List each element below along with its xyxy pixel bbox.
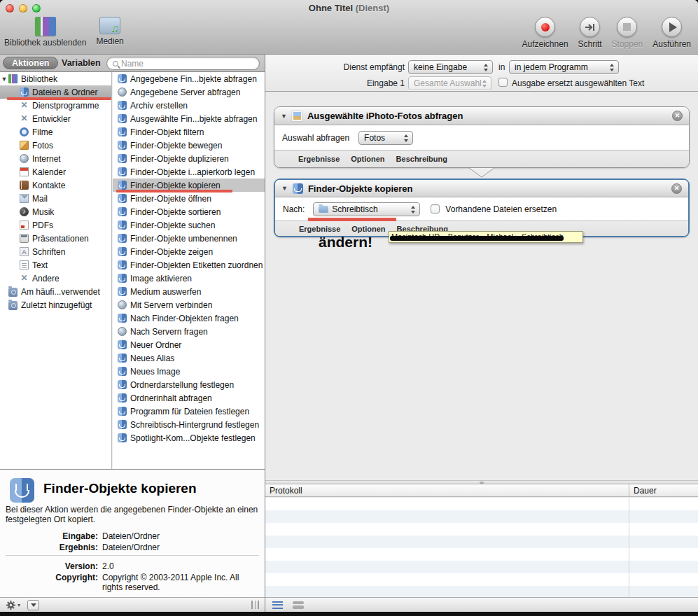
sidebar-item[interactable]: Dienstprogramme <box>0 99 111 112</box>
sidebar-item[interactable]: Internet <box>0 152 111 165</box>
action-list-item[interactable]: Ordnerinhalt abfragen <box>113 391 265 405</box>
sidebar-item[interactable]: Am häufi...verwendet <box>0 285 111 298</box>
step-button[interactable]: Schritt <box>578 17 602 49</box>
input-label: Eingabe: <box>6 531 98 541</box>
library-books-icon <box>35 17 56 36</box>
action-list-item[interactable]: Spotlight-Kom...Objekte festlegen <box>113 431 265 444</box>
action-block-copy-header[interactable]: ▼ Finder-Objekte kopieren ✕ <box>275 180 688 197</box>
log-list-view-icon[interactable] <box>272 601 283 609</box>
tab-ergebnisse[interactable]: Ergebnisse <box>299 225 340 233</box>
fotos-popup-value: Fotos <box>364 133 385 143</box>
sidebar-item[interactable]: Musik <box>0 205 111 218</box>
search-field[interactable] <box>106 57 260 70</box>
pane-divider[interactable] <box>265 55 265 612</box>
action-list-item[interactable]: Programm für Dateien festlegen <box>113 405 265 418</box>
sidebar-item[interactable]: Dateien & Ordner <box>0 85 111 99</box>
sidebar-item[interactable]: Text <box>0 258 111 272</box>
sidebar-item[interactable]: Fotos <box>0 139 111 152</box>
search-input[interactable] <box>121 59 253 69</box>
stop-button[interactable]: Stoppen <box>612 17 643 49</box>
resize-grip-icon[interactable] <box>251 601 259 609</box>
log-status-bar <box>265 597 698 612</box>
sidebar-item[interactable]: ▼ Bibliothek <box>0 72 111 85</box>
sidebar-item[interactable]: PDFs <box>0 218 111 232</box>
sidebar-item[interactable]: Kalender <box>0 165 111 178</box>
action-list-item[interactable]: Finder-Objekte i...apierkorb legen <box>113 165 265 178</box>
service-receives-label: Dienst empfängt <box>307 62 405 72</box>
action-block-iphoto[interactable]: ▼ Ausgewählte iPhoto-Fotos abfragen ✕ Au… <box>274 106 690 168</box>
hide-library-button[interactable]: Bibliothek ausblenden <box>4 17 86 48</box>
gear-menu-button[interactable]: ▾ <box>6 600 20 610</box>
tab-optionen[interactable]: Optionen <box>351 155 384 163</box>
run-button[interactable]: Ausführen <box>652 17 691 49</box>
remove-action-button[interactable]: ✕ <box>672 111 683 121</box>
tab-beschreibung[interactable]: Beschreibung <box>396 155 447 163</box>
replace-output-checkbox[interactable] <box>498 78 508 87</box>
action-list-item[interactable]: Neuer Ordner <box>113 338 265 351</box>
sidebar-item[interactable]: Zuletzt hinzugefügt <box>0 298 111 312</box>
network-icon <box>118 88 127 97</box>
action-list-item[interactable]: Finder-Objekte bewegen <box>113 139 265 152</box>
action-item-label: Medium auswerfen <box>130 287 201 297</box>
sidebar-item[interactable]: Andere <box>0 272 111 285</box>
action-list-item[interactable]: Schreibtisch-Hintergrund festlegen <box>113 418 265 431</box>
sidebar-item[interactable]: Schriften <box>0 245 111 258</box>
action-block-iphoto-header[interactable]: ▼ Ausgewählte iPhoto-Fotos abfragen ✕ <box>274 107 689 125</box>
action-list-item[interactable]: Nach Servern fragen <box>113 325 265 338</box>
action-list-item[interactable]: Finder-Objekt filtern <box>113 125 265 139</box>
action-list-item[interactable]: Ausgewählte Fin...bjekte abfragen <box>113 112 265 125</box>
sidebar-item-label: Musik <box>32 207 54 217</box>
tab-aktionen[interactable]: Aktionen <box>3 57 58 69</box>
disclosure-triangle-icon[interactable]: ▼ <box>0 76 8 83</box>
action-list-item[interactable]: Medium auswerfen <box>113 285 265 298</box>
action-list-item[interactable]: Angegebene Server abfragen <box>113 85 265 99</box>
fotos-popup[interactable]: Fotos <box>358 131 413 145</box>
action-list-item[interactable]: Finder-Objekte kopieren <box>113 178 265 192</box>
action-list-item[interactable]: Neues Image <box>113 365 265 378</box>
action-list-item[interactable]: Angegebene Fin...bjekte abfragen <box>113 72 265 85</box>
splitter-handle[interactable] <box>480 482 484 484</box>
log-column-divider[interactable] <box>629 484 629 496</box>
sidebar-item[interactable]: Entwickler <box>0 112 111 125</box>
run-icon <box>662 17 682 37</box>
tab-optionen[interactable]: Optionen <box>351 225 385 233</box>
toggle-description-button[interactable] <box>27 600 39 610</box>
media-button[interactable]: Medien <box>96 17 123 48</box>
action-block-copy[interactable]: ▼ Finder-Objekte kopieren ✕ Nach: Schrei… <box>274 178 690 237</box>
action-list-item[interactable]: Finder-Objekte duplizieren <box>113 152 265 165</box>
sidebar-item[interactable]: Kontakte <box>0 178 111 192</box>
service-application-popup[interactable]: in jedem Programm <box>509 60 619 74</box>
log-table-body[interactable] <box>265 498 698 597</box>
record-button[interactable]: Aufzeichnen <box>522 17 568 49</box>
replace-files-checkbox[interactable] <box>431 204 440 214</box>
service-input-type-popup[interactable]: keine Eingabe <box>408 60 493 74</box>
titlebar: Ohne Titel (Dienst) <box>0 0 698 15</box>
destination-popup[interactable]: Schreibtisch <box>313 202 420 216</box>
action-list-item[interactable]: Nach Finder-Objekten fragen <box>113 312 265 325</box>
action-list-item[interactable]: Mit Servern verbinden <box>113 298 265 312</box>
action-list-item[interactable]: Finder-Objekte umbenennen <box>113 232 265 245</box>
sidebar-item[interactable]: Präsentationen <box>0 232 111 245</box>
action-list-item[interactable]: Finder-Objekte suchen <box>113 218 265 232</box>
action-list-item[interactable]: Ordnerdarstellung festlegen <box>113 378 265 391</box>
tab-ergebnisse[interactable]: Ergebnisse <box>298 155 340 163</box>
library-tabstrip: Aktionen Variablen <box>0 55 265 72</box>
collapse-triangle-icon[interactable]: ▼ <box>281 113 287 120</box>
remove-action-button[interactable]: ✕ <box>671 183 682 194</box>
action-list-item[interactable]: Image aktivieren <box>113 272 265 285</box>
log-stack-view-icon[interactable] <box>293 601 304 609</box>
stop-icon <box>617 17 637 37</box>
tab-variablen[interactable]: Variablen <box>62 57 101 69</box>
action-item-label: Archiv erstellen <box>130 101 188 111</box>
sidebar-item[interactable]: Mail <box>0 192 111 205</box>
sidebar-item[interactable]: Filme <box>0 125 111 139</box>
collapse-triangle-icon[interactable]: ▼ <box>281 185 288 192</box>
action-list-item[interactable]: Archiv erstellen <box>113 99 265 112</box>
action-list-item[interactable]: Finder-Objekte zeigen <box>113 245 265 258</box>
gear-caret-icon: ▾ <box>18 602 20 608</box>
action-list-item[interactable]: Finder-Objekte öffnen <box>113 192 265 205</box>
action-list-item[interactable]: Neues Alias <box>113 351 265 365</box>
workflow-canvas[interactable]: ▼ Ausgewählte iPhoto-Fotos abfragen ✕ Au… <box>265 92 698 480</box>
action-list-item[interactable]: Finder-Objekten Etiketten zuordnen <box>113 258 265 272</box>
action-list-item[interactable]: Finder-Objekte sortieren <box>113 205 265 218</box>
